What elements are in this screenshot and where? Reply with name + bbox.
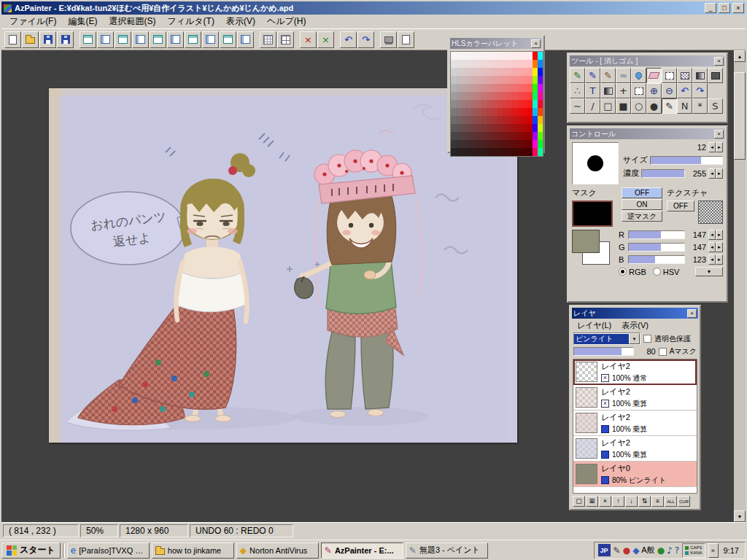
palette-cell-r12c0[interactable]	[451, 148, 456, 156]
palette-cell-r2c14[interactable]	[522, 68, 527, 76]
panel-toggle-8-button[interactable]	[202, 31, 219, 48]
swap-layer-button[interactable]: ⇅	[638, 496, 651, 507]
palette-cell-r4c9[interactable]	[497, 84, 502, 92]
palette-cell-r7c0[interactable]	[451, 108, 456, 116]
panel-toggle-6-button[interactable]	[167, 31, 184, 48]
palette-cell-r8c14[interactable]	[522, 116, 527, 124]
palette-cell-r5c8[interactable]	[492, 92, 497, 100]
mask-inverse-button[interactable]: 逆マスク	[622, 211, 662, 222]
palette-hue-r9a[interactable]	[533, 124, 538, 132]
palette-hue-r1b[interactable]	[538, 60, 543, 68]
foreground-color-swatch[interactable]	[572, 230, 600, 253]
palette-cell-r6c4[interactable]	[471, 100, 476, 108]
palette-cell-r0c9[interactable]	[497, 52, 502, 60]
palette-cell-r3c3[interactable]	[466, 76, 471, 84]
grid-detail-button[interactable]	[277, 31, 294, 48]
text-tool-button[interactable]: T	[585, 83, 600, 98]
pen-draw-button[interactable]: ✎	[662, 98, 677, 114]
ellipse-fill-draw-button[interactable]: ●	[646, 98, 662, 114]
palette-cell-r0c7[interactable]	[487, 52, 492, 60]
texture-swatch[interactable]	[698, 201, 723, 224]
palette-cell-r0c4[interactable]	[471, 52, 476, 60]
palette-cell-r6c6[interactable]	[481, 100, 487, 108]
panel-toggle-5-button[interactable]	[150, 31, 166, 48]
palette-cell-r5c1[interactable]	[456, 92, 461, 100]
palette-cell-r4c6[interactable]	[481, 84, 487, 92]
palette-cell-r9c6[interactable]	[481, 124, 487, 132]
menu-item-1[interactable]: 編集(E)	[62, 14, 103, 29]
delete-layer-button[interactable]: ×	[599, 496, 611, 507]
palette-cell-r1c3[interactable]	[466, 60, 471, 68]
new-layer-button[interactable]: ▢	[573, 496, 585, 507]
palette-cell-r9c11[interactable]	[507, 124, 512, 132]
taskbar-task-1[interactable]: how to jinkame	[152, 542, 234, 559]
menu-item-0[interactable]: ファイル(F)	[4, 14, 62, 29]
palette-cell-r8c12[interactable]	[512, 116, 517, 124]
palette-hue-r8b[interactable]	[538, 116, 543, 124]
palette-cell-r8c3[interactable]	[466, 116, 471, 124]
palette-cell-r4c15[interactable]	[527, 84, 533, 92]
palette-cell-r3c6[interactable]	[481, 76, 487, 84]
sound-icon[interactable]: ♪	[667, 546, 673, 555]
palette-cell-r2c0[interactable]	[451, 68, 456, 76]
redo-tool-button[interactable]: ↷	[692, 83, 708, 98]
palette-cell-r7c6[interactable]	[481, 108, 487, 116]
palette-cell-r9c13[interactable]	[517, 124, 522, 132]
palette-cell-r7c9[interactable]	[497, 108, 502, 116]
palette-cell-r6c0[interactable]	[451, 100, 456, 108]
palette-cell-r9c9[interactable]	[497, 124, 502, 132]
palette-cell-r4c1[interactable]	[456, 84, 461, 92]
palette-cell-r6c13[interactable]	[517, 100, 522, 108]
palette-cell-r5c9[interactable]	[497, 92, 502, 100]
pen-tablet-icon[interactable]: ✎	[614, 546, 621, 555]
palette-cell-r11c2[interactable]	[461, 140, 466, 148]
palette-cell-r8c9[interactable]	[497, 116, 502, 124]
palette-cell-r4c14[interactable]	[522, 84, 527, 92]
palette-cell-r2c10[interactable]	[502, 68, 507, 76]
palette-cell-r2c2[interactable]	[461, 68, 466, 76]
layer-row-2[interactable]: レイヤ2100% 乗算	[573, 411, 697, 436]
pattern-tool-button[interactable]	[677, 68, 692, 83]
undo-button[interactable]: ↶	[340, 31, 357, 48]
palette-cell-r11c12[interactable]	[512, 140, 517, 148]
palette-hue-r8a[interactable]	[533, 116, 538, 124]
palette-cell-r10c4[interactable]	[471, 132, 476, 140]
mask-swatch[interactable]	[572, 201, 613, 227]
save-file-button[interactable]	[39, 31, 56, 48]
palette-cell-r3c7[interactable]	[487, 76, 492, 84]
grid-view-button[interactable]	[260, 31, 276, 48]
palette-cell-r11c6[interactable]	[481, 140, 487, 148]
palette-cell-r3c12[interactable]	[512, 76, 517, 84]
palette-cell-r4c8[interactable]	[492, 84, 497, 92]
panel-toggle-2-button[interactable]	[97, 31, 114, 48]
palette-hue-r1a[interactable]	[533, 60, 538, 68]
palette-cell-r5c0[interactable]	[451, 92, 456, 100]
palette-cell-r6c2[interactable]	[461, 100, 466, 108]
palette-cell-r0c3[interactable]	[466, 52, 471, 60]
palette-hue-r12b[interactable]	[538, 148, 543, 156]
palette-cell-r2c8[interactable]	[492, 68, 497, 76]
palette-cell-r12c11[interactable]	[507, 148, 512, 156]
palette-cell-r3c4[interactable]	[471, 76, 476, 84]
palette-cell-r4c2[interactable]	[461, 84, 466, 92]
palette-cell-r11c8[interactable]	[492, 140, 497, 148]
palette-cell-r2c6[interactable]	[481, 68, 487, 76]
palette-cell-r9c1[interactable]	[456, 124, 461, 132]
palette-cell-r4c5[interactable]	[476, 84, 481, 92]
freehand-draw-button[interactable]: ~	[570, 98, 585, 114]
palette-hue-r4a[interactable]	[533, 84, 538, 92]
panel-toggle-3-button[interactable]	[115, 31, 131, 48]
move-layer-up-button[interactable]: ↑	[612, 496, 624, 507]
show-current-layer-button[interactable]: CUR	[678, 496, 690, 507]
vertical-scrollbar[interactable]: ▲ ▼	[734, 50, 746, 522]
palette-cell-r8c1[interactable]	[456, 116, 461, 124]
palette-cell-r7c11[interactable]	[507, 108, 512, 116]
palette-cell-r8c7[interactable]	[487, 116, 492, 124]
palette-cell-r10c0[interactable]	[451, 132, 456, 140]
palette-cell-r7c4[interactable]	[471, 108, 476, 116]
palette-hue-r4b[interactable]	[538, 84, 543, 92]
merge-layer-button[interactable]: ≡	[651, 496, 664, 507]
palette-cell-r2c5[interactable]	[476, 68, 481, 76]
palette-hue-r3b[interactable]	[538, 76, 543, 84]
taskbar-task-3[interactable]: ✎AzPainter - E:...	[321, 542, 403, 559]
